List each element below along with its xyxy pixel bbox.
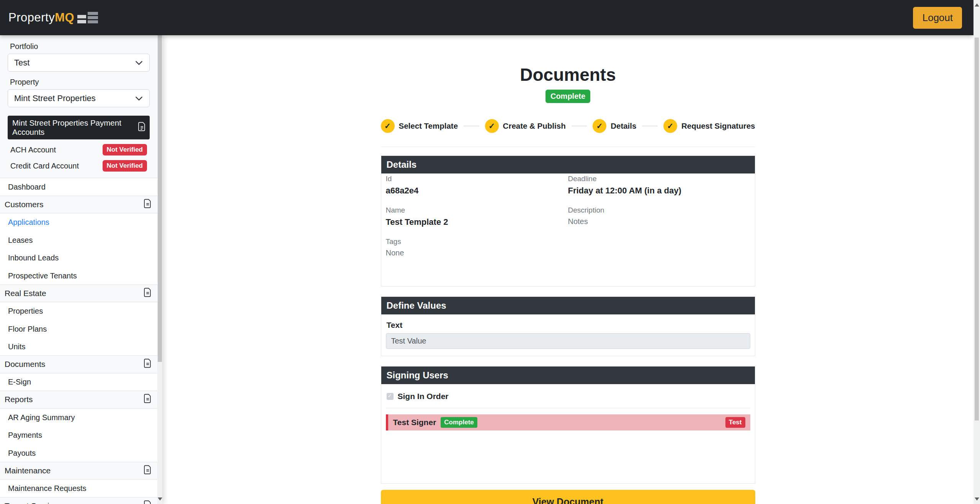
sidebar-section-real-estate[interactable]: Real Estate bbox=[0, 285, 157, 303]
sidebar-item-prospective-tenants[interactable]: Prospective Tenants bbox=[0, 267, 157, 285]
nav-label: Maintenance bbox=[5, 466, 51, 475]
define-values-card-body: Text bbox=[381, 314, 755, 356]
text-field-label: Text bbox=[387, 321, 750, 330]
sidebar-filters: Portfolio Test Property Mint Street Prop… bbox=[0, 35, 157, 172]
nav-label: Tenant Services bbox=[5, 501, 62, 504]
signing-users-card-body: Sign In Order Test Signer Complete Test bbox=[381, 384, 755, 483]
page-scrollbar[interactable] bbox=[973, 0, 980, 504]
property-select-value: Mint Street Properties bbox=[14, 93, 96, 103]
sidebar: Portfolio Test Property Mint Street Prop… bbox=[0, 35, 162, 504]
portfolio-select[interactable]: Test bbox=[8, 54, 150, 72]
sidebar-item-payouts[interactable]: Payouts bbox=[0, 444, 157, 462]
check-icon bbox=[593, 119, 606, 133]
view-document-button[interactable]: View Document bbox=[381, 490, 755, 504]
property-label: Property bbox=[10, 78, 150, 87]
sidebar-section-tenant-services[interactable]: Tenant Services bbox=[0, 497, 157, 504]
divider bbox=[381, 147, 755, 147]
sidebar-item-ar-aging-summary[interactable]: AR Aging Summary bbox=[0, 409, 157, 427]
scroll-down-icon[interactable] bbox=[975, 497, 979, 501]
chevron-down-icon bbox=[135, 59, 143, 67]
payment-accounts-header[interactable]: Mint Street Properties Payment Accounts bbox=[8, 116, 150, 139]
field-deadline: Deadline Friday at 12:00 AM (in a day) bbox=[568, 175, 750, 196]
check-icon bbox=[663, 119, 677, 133]
nav-label: Payments bbox=[8, 431, 42, 440]
sidebar-section-reports[interactable]: Reports bbox=[0, 391, 157, 409]
step-select-template: Select Template bbox=[381, 119, 458, 133]
nav-label: E-Sign bbox=[8, 378, 31, 386]
signer-row[interactable]: Test Signer Complete Test bbox=[386, 414, 750, 430]
payment-accounts-title: Mint Street Properties Payment Accounts bbox=[12, 118, 138, 137]
field-label: Tags bbox=[386, 237, 568, 246]
sidebar-inner: Portfolio Test Property Mint Street Prop… bbox=[0, 35, 157, 504]
document-icon bbox=[138, 122, 146, 133]
sidebar-item-applications[interactable]: Applications bbox=[0, 213, 157, 231]
property-select[interactable]: Mint Street Properties bbox=[8, 89, 150, 107]
field-value: Test Template 2 bbox=[386, 217, 568, 227]
nav-label: Prospective Tenants bbox=[8, 272, 77, 280]
portfolio-select-value: Test bbox=[14, 58, 29, 68]
app-header: PropertyMQ Logout bbox=[0, 0, 973, 35]
field-tags: Tags None bbox=[386, 237, 568, 257]
step-create-publish: Create & Publish bbox=[485, 119, 566, 133]
sidebar-section-maintenance[interactable]: Maintenance bbox=[0, 462, 157, 480]
check-icon bbox=[485, 119, 499, 133]
page-title: Documents bbox=[381, 64, 755, 85]
sidebar-item-dashboard[interactable]: Dashboard bbox=[0, 178, 157, 196]
nav-label: Inbound Leads bbox=[8, 254, 59, 262]
document-icon bbox=[144, 394, 152, 405]
sidebar-item-floor-plans[interactable]: Floor Plans bbox=[0, 320, 157, 338]
sign-in-order-checkbox bbox=[387, 393, 394, 400]
main-content: Documents Complete Select Template Creat… bbox=[162, 35, 973, 504]
signer-tag-badge: Test bbox=[725, 417, 745, 428]
progress-steps: Select Template Create & Publish Details… bbox=[381, 119, 755, 133]
define-values-card: Define Values Text bbox=[381, 296, 755, 356]
divider bbox=[386, 408, 750, 408]
nav-label: Real Estate bbox=[5, 289, 46, 298]
signing-users-card-header: Signing Users bbox=[381, 367, 755, 384]
details-card-header: Details bbox=[381, 156, 755, 173]
status-badge: Not Verified bbox=[103, 144, 147, 155]
sign-in-order-row: Sign In Order bbox=[387, 392, 750, 401]
nav-label: Payouts bbox=[8, 449, 36, 458]
sidebar-section-documents[interactable]: Documents bbox=[0, 355, 157, 373]
details-card-body: Id a68a2e4 Deadline Friday at 12:00 AM (… bbox=[381, 173, 755, 286]
logo-text: PropertyMQ bbox=[8, 11, 74, 25]
document-icon bbox=[144, 465, 152, 476]
check-icon bbox=[381, 119, 395, 133]
sidebar-item-inbound-leads[interactable]: Inbound Leads bbox=[0, 249, 157, 267]
sidebar-scrollbar[interactable] bbox=[157, 35, 162, 504]
nav-label: Documents bbox=[5, 360, 45, 369]
nav-label: Maintenance Requests bbox=[8, 484, 87, 493]
nav-label: Leases bbox=[8, 236, 33, 245]
field-label: Name bbox=[386, 206, 568, 214]
sidebar-item-maintenance-requests[interactable]: Maintenance Requests bbox=[0, 479, 157, 497]
account-name: Credit Card Account bbox=[10, 162, 79, 170]
signer-status-badge: Complete bbox=[441, 417, 477, 428]
sidebar-item-leases[interactable]: Leases bbox=[0, 231, 157, 249]
sidebar-scrollbar-thumb[interactable] bbox=[158, 35, 162, 362]
sidebar-item-units[interactable]: Units bbox=[0, 338, 157, 356]
logo-mq: MQ bbox=[55, 11, 74, 24]
nav-label: Dashboard bbox=[8, 183, 46, 191]
signer-name: Test Signer bbox=[393, 418, 436, 427]
sidebar-item-e-sign[interactable]: E-Sign bbox=[0, 373, 157, 391]
logo-bars-right bbox=[88, 12, 98, 23]
nav-label: Customers bbox=[5, 200, 44, 209]
logo-bars-left bbox=[77, 15, 86, 23]
payment-accounts-panel: Mint Street Properties Payment Accounts … bbox=[8, 116, 150, 172]
scroll-up-icon[interactable] bbox=[975, 3, 979, 7]
sidebar-item-payments[interactable]: Payments bbox=[0, 426, 157, 444]
logout-button[interactable]: Logout bbox=[913, 7, 962, 29]
scroll-down-icon[interactable] bbox=[158, 497, 162, 501]
status-badge: Not Verified bbox=[103, 160, 147, 172]
sidebar-item-properties[interactable]: Properties bbox=[0, 302, 157, 320]
field-value: None bbox=[386, 249, 568, 257]
sidebar-section-customers[interactable]: Customers bbox=[0, 196, 157, 214]
page-scrollbar-thumb[interactable] bbox=[975, 38, 979, 421]
document-icon bbox=[144, 358, 152, 370]
status-badge-wrap: Complete bbox=[381, 90, 755, 103]
field-value: Friday at 12:00 AM (in a day) bbox=[568, 186, 750, 196]
status-badge: Complete bbox=[546, 90, 590, 103]
field-label: Id bbox=[386, 175, 568, 183]
field-id: Id a68a2e4 bbox=[386, 175, 568, 196]
